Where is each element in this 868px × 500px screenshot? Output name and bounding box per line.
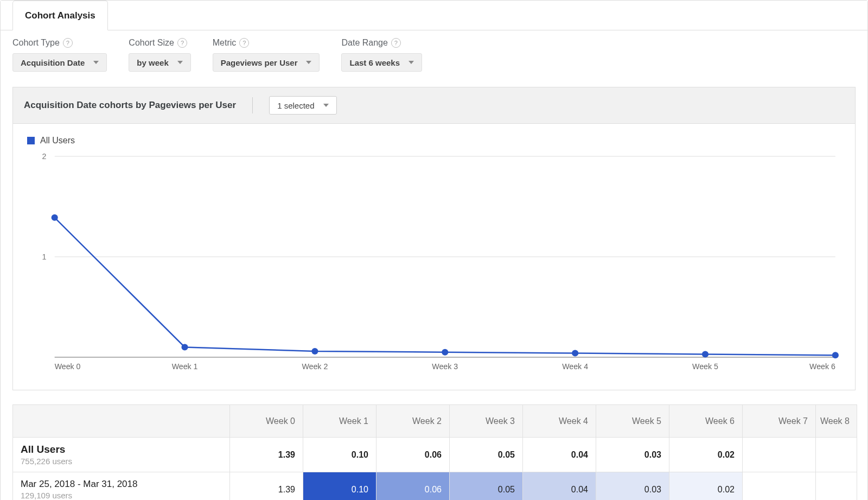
cohort-analysis-frame: Cohort Analysis Cohort Type ? Acquisitio… bbox=[0, 0, 868, 500]
dropdown-series-selector[interactable]: 1 selected bbox=[269, 96, 336, 115]
tab-cohort-analysis[interactable]: Cohort Analysis bbox=[12, 1, 108, 30]
control-cohort-type: Cohort Type ? Acquisition Date bbox=[12, 38, 107, 72]
svg-text:2: 2 bbox=[42, 152, 47, 161]
table-cell: 1.39 bbox=[230, 438, 303, 472]
dropdown-date-range[interactable]: Last 6 weeks bbox=[341, 53, 422, 72]
svg-point-11 bbox=[832, 352, 839, 358]
svg-text:Week 2: Week 2 bbox=[302, 362, 328, 371]
control-date-range: Date Range ? Last 6 weeks bbox=[341, 38, 422, 72]
table-cell: 0.02 bbox=[669, 438, 743, 472]
table-header-blank bbox=[13, 405, 230, 438]
svg-text:Week 4: Week 4 bbox=[562, 362, 588, 371]
rowhead-label: All Users bbox=[21, 444, 222, 455]
dropdown-cohort-type[interactable]: Acquisition Date bbox=[12, 53, 107, 72]
table-cell: 0.03 bbox=[596, 438, 669, 472]
table-rowhead: All Users755,226 users bbox=[13, 438, 230, 472]
svg-point-7 bbox=[311, 348, 318, 355]
svg-text:1: 1 bbox=[42, 252, 47, 261]
dropdown-value: 1 selected bbox=[277, 101, 314, 110]
table-row: All Users755,226 users1.390.100.060.050.… bbox=[13, 438, 857, 472]
chevron-down-icon bbox=[409, 61, 414, 64]
chevron-down-icon bbox=[306, 61, 311, 64]
rowhead-sublabel: 755,226 users bbox=[21, 457, 222, 466]
help-icon[interactable]: ? bbox=[239, 38, 249, 48]
table-header-cell: Week 7 bbox=[743, 405, 816, 438]
control-label-text: Cohort Size bbox=[129, 38, 174, 48]
table-header-cell: Week 2 bbox=[376, 405, 450, 438]
table-cell: 0.06 bbox=[376, 472, 450, 501]
table-header-cell: Week 8 bbox=[816, 405, 857, 438]
table-cell: 1.39 bbox=[230, 472, 303, 501]
table-cell bbox=[816, 472, 857, 501]
table-cell: 0.10 bbox=[303, 438, 376, 472]
chart-legend: All Users bbox=[27, 136, 841, 145]
table-cell: 0.02 bbox=[669, 472, 743, 501]
dropdown-value: Acquisition Date bbox=[21, 58, 85, 67]
svg-text:Week 6: Week 6 bbox=[809, 362, 835, 371]
dropdown-metric[interactable]: Pageviews per User bbox=[213, 53, 320, 72]
table-cell: 0.04 bbox=[523, 472, 596, 501]
dropdown-value: Last 6 weeks bbox=[349, 58, 400, 67]
divider bbox=[252, 97, 253, 113]
control-metric: Metric ? Pageviews per User bbox=[213, 38, 320, 72]
control-label-cohort-type: Cohort Type ? bbox=[12, 38, 107, 48]
tab-strip: Cohort Analysis bbox=[1, 1, 867, 30]
table-cell: 0.10 bbox=[303, 472, 376, 501]
chevron-down-icon bbox=[177, 61, 183, 64]
control-label-text: Cohort Type bbox=[12, 38, 60, 48]
cohort-table: Week 0Week 1Week 2Week 3Week 4Week 5Week… bbox=[12, 404, 857, 500]
legend-series-name: All Users bbox=[40, 136, 75, 145]
svg-point-5 bbox=[52, 214, 58, 221]
cohort-table-wrap: Week 0Week 1Week 2Week 3Week 4Week 5Week… bbox=[12, 404, 856, 500]
table-rowhead: Mar 25, 2018 - Mar 31, 2018129,109 users bbox=[13, 472, 230, 501]
chevron-down-icon bbox=[323, 104, 329, 107]
control-label-cohort-size: Cohort Size ? bbox=[129, 38, 190, 48]
svg-point-6 bbox=[181, 344, 188, 351]
chevron-down-icon bbox=[93, 61, 99, 64]
legend-swatch bbox=[27, 137, 35, 144]
dropdown-cohort-size[interactable]: by week bbox=[129, 53, 190, 72]
table-cell bbox=[816, 438, 857, 472]
svg-point-9 bbox=[572, 350, 578, 357]
rowhead-sublabel: 129,109 users bbox=[21, 491, 222, 500]
svg-text:Week 3: Week 3 bbox=[432, 362, 458, 371]
help-icon[interactable]: ? bbox=[391, 38, 401, 48]
table-cell bbox=[743, 472, 816, 501]
table-row: Mar 25, 2018 - Mar 31, 2018129,109 users… bbox=[13, 472, 857, 501]
control-label-date-range: Date Range ? bbox=[341, 38, 422, 48]
chart-header-title: Acquisition Date cohorts by Pageviews pe… bbox=[24, 100, 236, 111]
svg-text:Week 5: Week 5 bbox=[692, 362, 718, 371]
table-cell: 0.06 bbox=[376, 438, 450, 472]
table-header-cell: Week 6 bbox=[669, 405, 743, 438]
svg-point-8 bbox=[442, 349, 448, 356]
table-cell bbox=[743, 438, 816, 472]
control-label-metric: Metric ? bbox=[213, 38, 320, 48]
chart-svg: 12Week 0Week 1Week 2Week 3Week 4Week 5We… bbox=[27, 151, 841, 374]
table-cell: 0.03 bbox=[596, 472, 669, 501]
table-cell: 0.05 bbox=[450, 472, 523, 501]
table-header-cell: Week 4 bbox=[523, 405, 596, 438]
control-cohort-size: Cohort Size ? by week bbox=[129, 38, 190, 72]
dropdown-value: by week bbox=[137, 58, 168, 67]
chart-body: All Users 12Week 0Week 1Week 2Week 3Week… bbox=[12, 124, 856, 390]
chart-card: Acquisition Date cohorts by Pageviews pe… bbox=[12, 87, 856, 390]
control-label-text: Date Range bbox=[341, 38, 387, 48]
table-header-cell: Week 3 bbox=[450, 405, 523, 438]
table-header-cell: Week 5 bbox=[596, 405, 669, 438]
svg-text:Week 1: Week 1 bbox=[172, 362, 198, 371]
table-header-cell: Week 1 bbox=[303, 405, 376, 438]
dropdown-value: Pageviews per User bbox=[221, 58, 298, 67]
help-icon[interactable]: ? bbox=[63, 38, 73, 48]
controls-row: Cohort Type ? Acquisition Date Cohort Si… bbox=[1, 30, 867, 87]
rowhead-label: Mar 25, 2018 - Mar 31, 2018 bbox=[21, 479, 222, 490]
table-header-cell: Week 0 bbox=[230, 405, 303, 438]
svg-point-10 bbox=[702, 351, 709, 357]
svg-text:Week 0: Week 0 bbox=[55, 362, 81, 371]
table-cell: 0.05 bbox=[450, 438, 523, 472]
help-icon[interactable]: ? bbox=[177, 38, 187, 48]
control-label-text: Metric bbox=[213, 38, 237, 48]
chart-plot: 12Week 0Week 1Week 2Week 3Week 4Week 5We… bbox=[27, 151, 841, 374]
table-cell: 0.04 bbox=[523, 438, 596, 472]
chart-header: Acquisition Date cohorts by Pageviews pe… bbox=[12, 87, 856, 124]
